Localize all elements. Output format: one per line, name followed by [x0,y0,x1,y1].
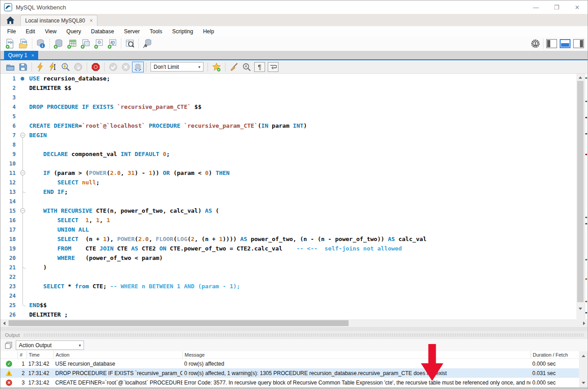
scroll-up-arrow[interactable] [579,352,588,359]
execute-statement-button[interactable] [47,61,59,73]
menu-item-tools[interactable]: Tools [145,27,167,36]
gutter-marker-open2[interactable]: – [17,168,29,178]
column-header--[interactable]: # [18,351,27,358]
toggle-autocommit-button[interactable] [132,62,144,72]
beautify-script-button[interactable] [228,61,240,73]
code-line[interactable]: 2DELIMITER $$ [0,83,576,93]
code-line[interactable]: 19 FROM CTE JOIN CTE AS CTE2 ON CTE.powe… [0,244,576,253]
code-line[interactable]: 6CREATE DEFINER=`root`@`localhost` PROCE… [0,121,576,130]
column-header-time[interactable]: Time [27,351,53,358]
open-script-button[interactable]: SQL [17,37,30,50]
gutter-marker-close[interactable] [17,300,29,310]
save-snippet-button[interactable] [210,61,223,73]
explain-plan-button[interactable] [59,61,72,73]
preferences-gear-icon[interactable] [531,39,540,49]
gutter-marker-close2[interactable] [17,187,29,197]
search-data-button[interactable] [123,37,137,50]
code-line[interactable]: 25END$$ [0,300,576,310]
output-row[interactable]: ✓117:31:42USE recursion_database0 row(s)… [0,359,588,368]
create-function-button[interactable]: f() [106,37,119,50]
code-line[interactable]: 23 SELECT * from CTE; -- WHERE n BETWEEN… [0,282,576,291]
column-header-duration-fetch[interactable]: Duration / Fetch [531,351,580,358]
code-line[interactable]: 26DELIMITER ; [0,310,576,319]
column-header-action[interactable]: Action [53,351,182,358]
menu-item-view[interactable]: View [40,27,62,36]
code-line[interactable]: 9 DECLARE component_val INT DEFAULT 0; [0,149,576,159]
code-line[interactable]: 17 UNION ALL [0,225,576,234]
fold-open-icon[interactable]: – [20,208,25,213]
create-schema-button[interactable] [52,37,65,50]
code-line[interactable]: 8 [0,140,576,149]
rollback-button[interactable] [119,61,132,73]
toggle-output-area-button[interactable] [560,39,570,48]
code-line[interactable]: 1USE recursion_database; [0,74,576,83]
gutter-marker-open[interactable]: – [17,130,29,140]
find-button[interactable] [240,61,253,73]
fold-open-icon[interactable]: – [20,170,25,175]
menu-item-scripting[interactable]: Scripting [167,27,198,36]
query-tab[interactable]: Query 1 × [4,51,38,59]
code-line[interactable]: 12 SELECT null; [0,178,576,187]
scroll-down-arrow[interactable] [576,305,584,312]
open-file-button[interactable] [4,61,17,73]
code-line[interactable]: 5 [0,112,576,121]
code-line[interactable]: 21 ) [0,263,576,272]
code-line[interactable]: 10 [0,159,576,168]
code-line[interactable]: 11– IF (param > (POWER(2.0, 31) - 1)) OR… [0,168,576,178]
reconnect-dbms-button[interactable] [141,37,154,50]
output-view-dropdown[interactable]: Action Output ▾ [16,340,84,350]
code-line[interactable]: 13 END IF; [0,187,576,197]
toggle-invisible-characters-button[interactable]: ¶ [254,62,265,72]
toggle-stop-on-error-button[interactable] [89,61,102,73]
home-tab[interactable] [0,14,20,26]
toggle-word-wrap-button[interactable] [268,62,279,72]
create-table-button[interactable] [65,37,79,50]
minimize-button[interactable]: — [526,0,546,14]
code-line[interactable]: 16 SELECT 1, 1, 1 [0,215,576,225]
stop-execution-button[interactable] [72,61,84,73]
query-tab-close-icon[interactable]: × [31,53,34,58]
scroll-down-arrow[interactable] [579,379,588,386]
code-line[interactable]: 3 [0,93,576,102]
toggle-left-sidebar-button[interactable] [546,39,557,48]
code-line[interactable]: 7–BEGIN [0,130,576,140]
commit-button[interactable] [107,61,119,73]
gutter-marker-close2[interactable] [17,263,29,272]
menu-item-edit[interactable]: Edit [21,27,40,36]
panel-divider[interactable] [0,327,588,331]
scroll-right-arrow[interactable] [580,319,588,327]
scrollbar-thumb[interactable] [577,81,584,302]
menu-item-database[interactable]: Database [86,27,119,36]
menu-item-server[interactable]: Server [119,27,145,36]
menu-item-help[interactable]: Help [198,27,219,36]
scroll-up-arrow[interactable] [576,74,584,81]
save-script-button[interactable] [17,61,29,73]
new-query-tab-button[interactable]: SQL [3,37,17,50]
create-procedure-button[interactable] [92,37,106,50]
editor-vertical-scrollbar[interactable] [576,74,584,319]
code-line[interactable]: 24 [0,291,576,300]
scrollbar-thumb[interactable] [9,320,349,326]
execute-script-button[interactable] [34,61,47,73]
row-limit-dropdown[interactable]: Don't Limit ▾ [150,62,203,72]
code-line[interactable]: 15– WITH RECURSIVE CTE(n, power_of_two, … [0,206,576,215]
close-button[interactable]: ✕ [567,0,588,14]
output-vertical-scrollbar[interactable] [579,351,588,387]
toggle-right-sidebar-button[interactable] [573,39,584,48]
scroll-left-arrow[interactable] [0,319,8,327]
connection-tab-close-icon[interactable]: × [89,18,93,24]
gutter-marker-open2[interactable]: – [17,206,29,215]
code-line[interactable]: 4DROP PROCEDURE IF EXISTS `recursive_par… [0,102,576,112]
fold-open-icon[interactable]: – [20,133,25,138]
code-line[interactable]: 20 WHERE (power_of_two < param) [0,253,576,263]
inspector-button[interactable]: i [34,37,48,50]
code-line[interactable]: 18 SELECT (n + 1), POWER(2.0, FLOOR(LOG(… [0,234,576,244]
output-row[interactable]: ✕317:31:42CREATE DEFINER=`root`@`localho… [0,378,588,387]
maximize-button[interactable]: ❐ [546,0,567,14]
editor-horizontal-scrollbar[interactable] [0,319,588,327]
code-line[interactable]: 22 [0,272,576,282]
menu-item-query[interactable]: Query [62,27,86,36]
output-row[interactable]: !217:31:42DROP PROCEDURE IF EXISTS `recu… [0,368,588,378]
sql-editor[interactable]: 1USE recursion_database;2DELIMITER $$34D… [0,74,588,319]
connection-tab[interactable]: Local instance MySQL80 × [20,15,97,26]
